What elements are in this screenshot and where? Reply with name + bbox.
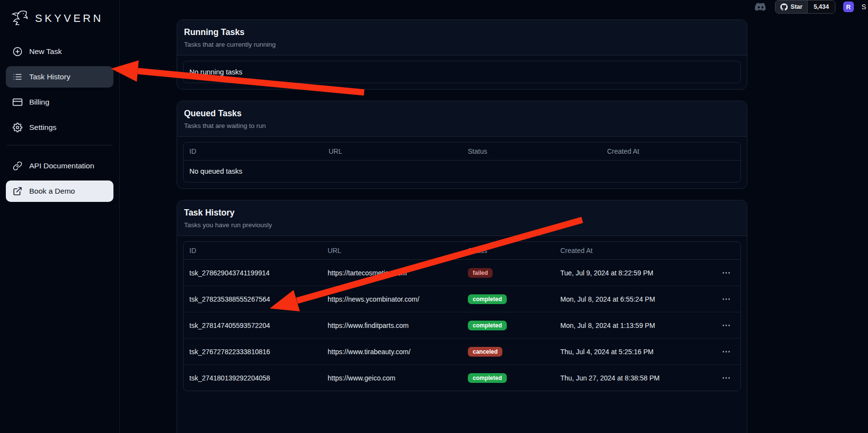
- task-created-at-cell: Thu, Jul 4, 2024 at 5:25:16 PM: [554, 341, 713, 362]
- column-header-id: ID: [184, 242, 322, 259]
- queued-tasks-empty: No queued tasks: [184, 161, 740, 182]
- column-header-url: URL: [322, 242, 462, 259]
- task-actions-cell: ⋯: [713, 312, 740, 338]
- row-menu-button[interactable]: ⋯: [719, 293, 734, 305]
- task-actions-cell: ⋯: [713, 339, 740, 364]
- task-created-at-cell: Thu, Jun 27, 2024 at 8:38:58 PM: [554, 367, 713, 389]
- skyvern-logo[interactable]: SKYVERN: [6, 5, 113, 41]
- running-tasks-table: No running tasks: [183, 61, 741, 83]
- column-header-id: ID: [184, 143, 323, 160]
- main-area: Star 5,434 R S Running Tasks Tasks that …: [120, 0, 868, 433]
- running-tasks-header: Running Tasks Tasks that are currently r…: [177, 20, 747, 55]
- task-created-at-cell: Mon, Jul 8, 2024 at 1:13:59 PM: [554, 315, 713, 336]
- user-avatar[interactable]: R: [843, 1, 854, 12]
- row-menu-button[interactable]: ⋯: [719, 345, 734, 358]
- task-url-cell: https://www.tirabeauty.com/: [322, 341, 462, 362]
- plus-circle-icon: [13, 47, 22, 56]
- dashboard-content: Running Tasks Tasks that are currently r…: [177, 19, 747, 433]
- task-id-cell: tsk_278147405593572204: [184, 315, 322, 336]
- column-header-actions: [713, 242, 740, 259]
- discord-button[interactable]: [754, 0, 767, 14]
- discord-icon: [754, 0, 767, 14]
- table-row[interactable]: tsk_278235388555267564 https://news.ycom…: [184, 286, 740, 312]
- sidebar-item-api-documentation[interactable]: API Documentation: [6, 155, 113, 177]
- task-url-cell: https://news.ycombinator.com/: [322, 289, 462, 310]
- card-subtitle: Tasks that are currently running: [184, 41, 740, 48]
- sidebar-item-label: Task History: [29, 72, 70, 81]
- skyvern-dragon-icon: [9, 8, 30, 29]
- list-icon: [13, 72, 22, 82]
- book-a-demo-button[interactable]: Book a Demo: [6, 180, 113, 202]
- running-tasks-body: No running tasks: [177, 55, 747, 89]
- task-actions-cell: ⋯: [713, 286, 740, 312]
- github-star-widget[interactable]: Star 5,434: [775, 0, 835, 14]
- task-id-cell: tsk_274180139292204058: [184, 367, 322, 389]
- sidebar-item-label: Billing: [29, 98, 49, 107]
- status-badge: completed: [468, 294, 507, 304]
- row-menu-button[interactable]: ⋯: [719, 267, 734, 279]
- github-star-button[interactable]: Star: [776, 0, 808, 13]
- queued-tasks-body: ID URL Status Created At No queued tasks: [177, 137, 747, 188]
- task-id-cell: tsk_278629043741199914: [184, 262, 322, 284]
- sidebar-item-new-task[interactable]: New Task: [6, 41, 113, 62]
- task-status-cell: failed: [462, 261, 554, 285]
- github-star-count[interactable]: 5,434: [808, 0, 834, 13]
- table-row[interactable]: tsk_278147405593572204 https://www.findi…: [184, 312, 740, 339]
- sidebar-nav: New Task Task History Billing Settings A…: [6, 41, 113, 206]
- queued-tasks-table: ID URL Status Created At No queued tasks: [183, 142, 741, 182]
- skyvern-app: SKYVERN New Task Task History Billing Se…: [0, 0, 868, 433]
- status-badge: completed: [468, 321, 507, 330]
- sidebar-item-label: New Task: [29, 47, 62, 56]
- task-status-cell: canceled: [462, 340, 554, 363]
- task-status-cell: completed: [462, 366, 554, 390]
- gear-icon: [13, 123, 22, 132]
- topbar: Star 5,434 R S: [120, 0, 868, 14]
- task-status-cell: completed: [462, 314, 554, 337]
- sidebar-item-label: Book a Demo: [29, 187, 75, 196]
- card-subtitle: Tasks you have run previously: [184, 221, 740, 229]
- column-header-status: Status: [462, 242, 554, 259]
- task-history-header: Task History Tasks you have run previous…: [177, 200, 747, 236]
- table-header-row: ID URL Status Created At: [184, 143, 740, 161]
- github-star-label: Star: [791, 3, 802, 10]
- column-header-status: Status: [462, 143, 601, 160]
- queued-tasks-header: Queued Tasks Tasks that are waiting to r…: [177, 101, 747, 137]
- task-actions-cell: ⋯: [713, 260, 740, 286]
- table-row[interactable]: tsk_278629043741199914 https://tartecosm…: [184, 260, 740, 286]
- table-header-row: ID URL Status Created At: [184, 242, 740, 260]
- card-title: Queued Tasks: [184, 108, 740, 119]
- row-menu-button[interactable]: ⋯: [719, 372, 734, 384]
- sidebar-item-task-history[interactable]: Task History: [6, 66, 113, 88]
- link-icon: [13, 161, 22, 171]
- sidebar-item-label: Settings: [29, 123, 56, 132]
- column-header-url: URL: [323, 143, 462, 160]
- sidebar-item-settings[interactable]: Settings: [6, 117, 113, 138]
- task-url-cell: https://www.geico.com: [322, 367, 462, 389]
- task-actions-cell: ⋯: [713, 365, 740, 391]
- task-history-card: Task History Tasks you have run previous…: [177, 200, 747, 433]
- sidebar-divider: [7, 145, 112, 145]
- task-created-at-cell: Mon, Jul 8, 2024 at 6:55:24 PM: [554, 289, 713, 310]
- status-badge: canceled: [468, 347, 502, 357]
- running-tasks-card: Running Tasks Tasks that are currently r…: [177, 19, 747, 90]
- running-tasks-empty: No running tasks: [184, 61, 740, 83]
- queued-tasks-card: Queued Tasks Tasks that are waiting to r…: [177, 101, 747, 189]
- row-menu-button[interactable]: ⋯: [719, 319, 734, 331]
- credit-card-icon: [13, 97, 22, 107]
- column-header-created-at: Created At: [554, 242, 713, 259]
- sidebar: SKYVERN New Task Task History Billing Se…: [0, 0, 120, 433]
- status-badge: completed: [468, 373, 507, 383]
- column-header-created-at: Created At: [601, 143, 740, 160]
- task-created-at-cell: Tue, Jul 9, 2024 at 8:22:59 PM: [554, 262, 713, 284]
- status-badge: failed: [468, 268, 493, 278]
- sidebar-item-billing[interactable]: Billing: [6, 91, 113, 113]
- task-id-cell: tsk_276727822333810816: [184, 341, 322, 362]
- task-url-cell: https://tartecosmetics.com: [322, 262, 462, 284]
- card-title: Task History: [184, 208, 740, 218]
- task-url-cell: https://www.finditparts.com: [322, 315, 462, 336]
- external-link-icon: [13, 186, 22, 196]
- table-row[interactable]: tsk_274180139292204058 https://www.geico…: [184, 365, 740, 391]
- card-title: Running Tasks: [184, 27, 740, 37]
- task-id-cell: tsk_278235388555267564: [184, 289, 322, 310]
- table-row[interactable]: tsk_276727822333810816 https://www.tirab…: [184, 339, 740, 365]
